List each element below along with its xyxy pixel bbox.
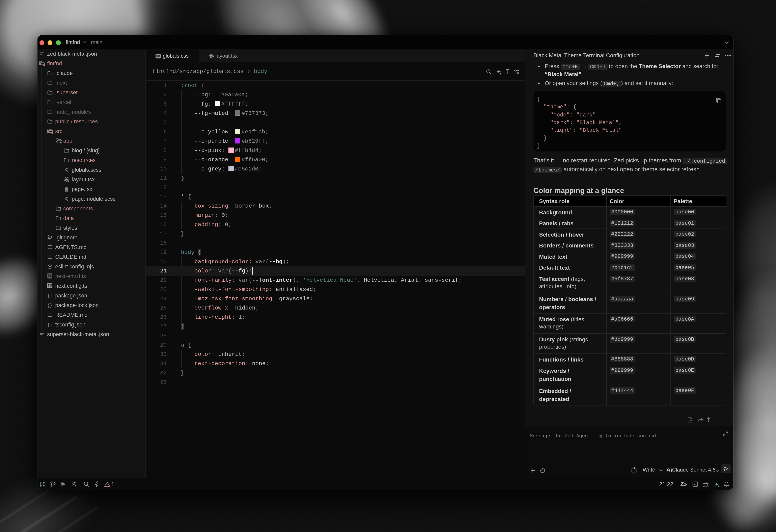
svg-text:MD: MD: [689, 419, 692, 422]
